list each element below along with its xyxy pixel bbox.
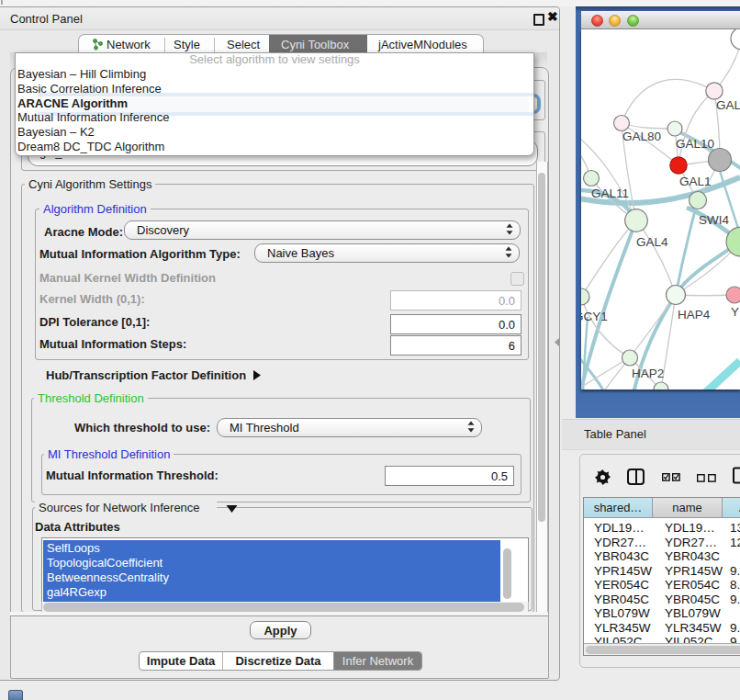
svg-text:GAL11: GAL11 (591, 186, 629, 200)
svg-text:GAL4: GAL4 (636, 235, 668, 249)
svg-text:GAL10: GAL10 (676, 137, 714, 151)
svg-text:SWI4: SWI4 (699, 213, 729, 227)
svg-text:GCY1: GCY1 (581, 310, 608, 323)
svg-text:GAL1: GAL1 (679, 175, 712, 188)
svg-text:GAL80: GAL80 (622, 130, 661, 143)
svg-text:HAP4: HAP4 (678, 308, 711, 322)
svg-text:HAP2: HAP2 (632, 367, 664, 380)
svg-text:GAL8: GAL8 (716, 98, 740, 112)
svg-text:Y: Y (731, 305, 739, 319)
